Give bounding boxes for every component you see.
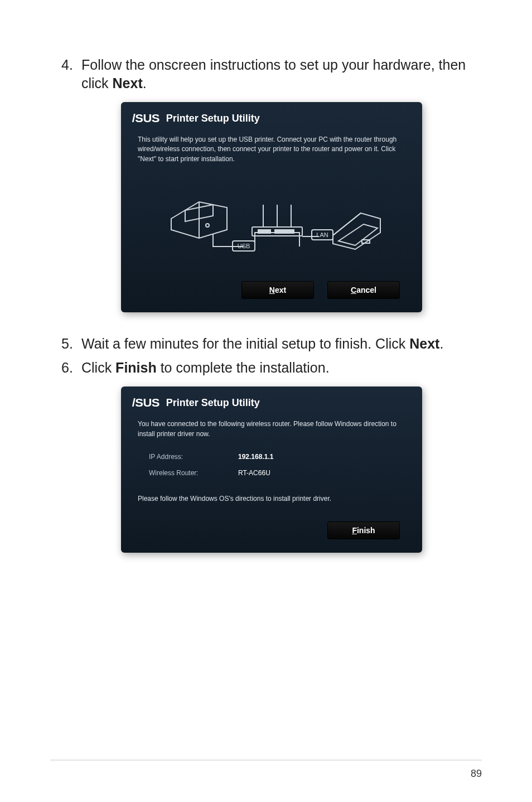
dialog-footer: Finish [121, 514, 422, 543]
svg-rect-6 [258, 229, 271, 234]
step-text-before: Wait a few minutes for the initial setup… [81, 336, 409, 351]
finish-underline: F [352, 526, 357, 535]
dialog-footer: Next Cancel [121, 273, 422, 302]
printer-setup-dialog-2: /SUS Printer Setup Utility You have conn… [121, 386, 422, 553]
step-text: Click Finish to complete the installatio… [81, 359, 330, 377]
dialog-note: Please follow the Windows OS's direction… [138, 494, 405, 504]
step-text-bold: Finish [115, 360, 157, 375]
asus-logo: /SUS [132, 112, 159, 125]
next-button[interactable]: Next [241, 281, 314, 299]
finish-rest: inish [357, 526, 375, 535]
connection-diagram: USB [138, 164, 405, 269]
footer-rule [50, 760, 482, 761]
step-4: 4. Follow the onscreen instructions to s… [61, 56, 482, 92]
printer-setup-dialog-1: /SUS Printer Setup Utility This utility … [121, 102, 422, 312]
step-number: 6. [61, 359, 81, 377]
dialog-title: Printer Setup Utility [166, 113, 260, 124]
cancel-rest: ancel [356, 286, 376, 294]
dialog-2-wrapper: /SUS Printer Setup Utility You have conn… [61, 386, 482, 553]
svg-rect-7 [274, 229, 294, 234]
dialog-message: You have connected to the following wire… [138, 419, 405, 439]
step-text: Follow the onscreen instructions to set … [81, 56, 482, 92]
next-underline: N [269, 286, 275, 294]
dialog-header: /SUS Printer Setup Utility [121, 397, 422, 415]
ip-address-label: IP Address: [149, 452, 238, 462]
next-rest: ext [275, 286, 286, 294]
step-text-before: Click [81, 360, 115, 375]
ip-address-value: 192.168.1.1 [238, 452, 273, 462]
dialog-1-wrapper: /SUS Printer Setup Utility This utility … [61, 102, 482, 312]
lan-label: LAN [316, 231, 328, 238]
dialog-body: This utility will help you set up the US… [121, 131, 422, 273]
step-text: Wait a few minutes for the initial setup… [81, 335, 443, 353]
step-text-after: to complete the installation. [157, 360, 330, 375]
cancel-underline: C [351, 286, 356, 294]
page-number: 89 [471, 768, 482, 780]
svg-point-0 [206, 224, 209, 227]
step-5: 5. Wait a few minutes for the initial se… [61, 335, 482, 353]
step-number: 4. [61, 56, 81, 92]
usb-label: USB [238, 243, 250, 249]
dialog-message: This utility will help you set up the US… [138, 135, 405, 164]
step-6: 6. Click Finish to complete the installa… [61, 359, 482, 377]
step-number: 5. [61, 335, 81, 353]
diagram-svg: USB [160, 174, 383, 258]
step-text-bold: Next [113, 75, 143, 91]
cancel-button[interactable]: Cancel [327, 281, 400, 299]
finish-button[interactable]: Finish [327, 521, 400, 539]
step-text-after: . [143, 75, 147, 91]
ip-address-row: IP Address: 192.168.1.1 [138, 449, 405, 465]
step-text-after: . [439, 336, 443, 351]
wireless-router-value: RT-AC66U [238, 468, 270, 478]
dialog-header: /SUS Printer Setup Utility [121, 112, 422, 131]
svg-rect-9 [362, 240, 370, 243]
asus-logo: /SUS [132, 397, 159, 409]
dialog-title: Printer Setup Utility [166, 397, 260, 409]
step-text-bold: Next [409, 336, 439, 351]
wireless-router-label: Wireless Router: [149, 468, 238, 478]
dialog-body: You have connected to the following wire… [121, 415, 422, 514]
wireless-router-row: Wireless Router: RT-AC66U [138, 465, 405, 481]
